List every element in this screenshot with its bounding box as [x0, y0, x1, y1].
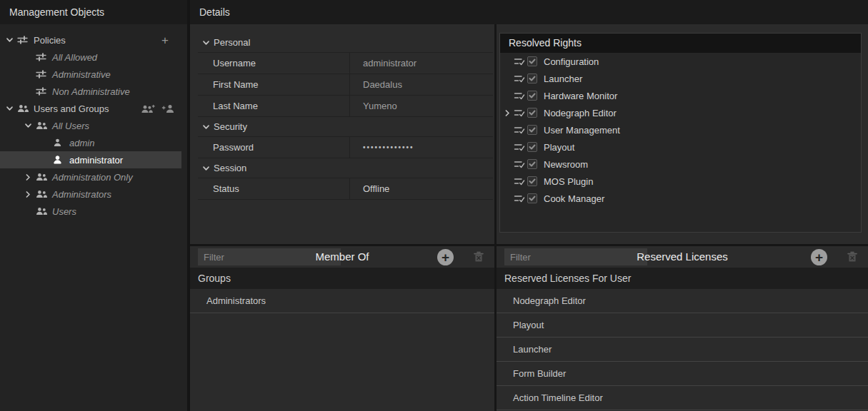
right-label: MOS Plugin: [544, 176, 593, 187]
sidebar-item-all-allowed[interactable]: All Allowed: [0, 49, 181, 66]
field-label: First Name: [198, 74, 350, 95]
resolved-rights-items: ConfigurationLauncherHardware MonitorNod…: [500, 53, 861, 207]
right-checklist-icon: [514, 57, 526, 66]
sidebar-item-administrators[interactable]: Administrators: [0, 186, 181, 203]
objects-tree: Policies+All AllowedAdministrativeNon Ad…: [0, 24, 187, 220]
section-label: Personal: [214, 37, 250, 48]
right-checklist-icon: [514, 194, 526, 203]
right-checklist-icon: [514, 108, 526, 117]
right-checkbox[interactable]: [527, 56, 537, 66]
field-value-status[interactable]: Offline: [350, 178, 493, 199]
chevron-down-icon[interactable]: [202, 165, 214, 172]
sidebar-item-users-and-groups[interactable]: Users and Groups: [0, 100, 181, 117]
reserved-licenses-toolbar: Reserved Licenses +: [497, 246, 868, 268]
chevron-down-icon[interactable]: [202, 39, 214, 46]
sliders-icon: [36, 87, 49, 96]
member-of-panel: Member Of + Groups Administrators: [190, 246, 494, 411]
licenses-table-header: Reserved Licenses For User: [497, 268, 868, 289]
resolved-rights-panel: Resolved Rights ConfigurationLauncherHar…: [497, 24, 868, 244]
license-row-playout[interactable]: Playout: [497, 313, 868, 338]
right-checkbox[interactable]: [527, 125, 537, 135]
sidebar-item-admin[interactable]: admin: [0, 134, 181, 151]
field-label: Status: [198, 178, 350, 199]
right-checklist-icon: [514, 143, 526, 151]
chevron-down-icon[interactable]: [24, 122, 36, 129]
section-header-personal[interactable]: Personal: [198, 33, 493, 53]
sidebar-item-all-users[interactable]: All Users: [0, 117, 181, 134]
right-item-nodegraph-editor[interactable]: Nodegraph Editor: [500, 104, 861, 121]
sidebar-item-label: Administrators: [52, 189, 111, 200]
section-header-security[interactable]: Security: [198, 117, 493, 137]
member-of-toolbar: Member Of +: [190, 246, 494, 268]
sidebar-item-policies[interactable]: Policies+: [0, 31, 181, 49]
field-value-last-name[interactable]: Yumeno: [350, 96, 493, 116]
right-checklist-icon: [514, 177, 526, 186]
right-item-launcher[interactable]: Launcher: [500, 70, 861, 87]
right-item-newsroom[interactable]: Newsroom: [500, 156, 861, 173]
people-icon: [36, 207, 49, 215]
right-checklist-icon: [514, 74, 526, 83]
right-checkbox[interactable]: [527, 91, 537, 101]
sidebar-item-administrator[interactable]: administrator: [0, 151, 181, 168]
right-item-playout[interactable]: Playout: [500, 138, 861, 156]
licenses-table: Nodegraph EditorPlayoutLauncherForm Buil…: [497, 289, 868, 410]
right-item-user-management[interactable]: User Management: [500, 121, 861, 138]
sidebar-item-administrative[interactable]: Administrative: [0, 66, 181, 83]
license-row-form-builder[interactable]: Form Builder: [497, 362, 868, 386]
field-value-first-name[interactable]: Daedalus: [350, 74, 493, 95]
field-row-username: Usernameadministrator: [198, 53, 493, 74]
chevron-down-icon[interactable]: [202, 123, 214, 131]
resolved-rights-list: Resolved Rights ConfigurationLauncherHar…: [499, 33, 862, 233]
right-item-cook-manager[interactable]: Cook Manager: [500, 190, 861, 207]
sidebar-item-non-administrative[interactable]: Non Administrative: [0, 83, 181, 100]
details-header: Details: [190, 0, 868, 24]
group-row-administrators[interactable]: Administrators: [190, 289, 494, 313]
chevron-right-icon[interactable]: [24, 173, 36, 181]
license-row-nodegraph-editor[interactable]: Nodegraph Editor: [497, 289, 868, 313]
field-value-password[interactable]: •••••••••••••: [350, 137, 493, 158]
trash-icon: [846, 255, 859, 265]
sliders-icon: [17, 36, 31, 44]
chevron-down-icon[interactable]: [6, 105, 17, 112]
add-license-button[interactable]: +: [811, 249, 827, 265]
chevron-right-icon[interactable]: [504, 109, 514, 117]
field-row-last-name: Last NameYumeno: [198, 96, 493, 117]
remove-membership-button[interactable]: [472, 250, 485, 263]
sidebar-item-label: Users: [52, 206, 76, 217]
right-item-hardware-monitor[interactable]: Hardware Monitor: [500, 87, 861, 104]
right-checkbox[interactable]: [527, 159, 537, 169]
sliders-icon: [36, 53, 49, 61]
right-label: Hardware Monitor: [544, 91, 617, 101]
section-header-session[interactable]: Session: [198, 158, 493, 178]
add-membership-button[interactable]: +: [437, 249, 454, 265]
chevron-down-icon[interactable]: [6, 36, 17, 44]
right-checkbox[interactable]: [527, 108, 537, 118]
field-label: Last Name: [198, 96, 350, 116]
field-value-username[interactable]: administrator: [350, 53, 493, 73]
right-checkbox[interactable]: [527, 73, 537, 83]
right-checkbox[interactable]: [527, 193, 537, 203]
add-policy-button[interactable]: +: [161, 34, 169, 46]
license-row-launcher[interactable]: Launcher: [497, 338, 868, 362]
right-label: Nodegraph Editor: [544, 108, 617, 118]
right-checkbox[interactable]: [527, 176, 537, 186]
sidebar-item-label: Policies: [34, 35, 66, 46]
sidebar-item-label: Administrative: [52, 69, 111, 80]
sidebar-item-administration-only[interactable]: Administration Only: [0, 168, 181, 186]
field-row-first-name: First NameDaedalus: [198, 74, 493, 96]
license-row-action-timeline-editor[interactable]: Action Timeline Editor: [497, 386, 868, 410]
right-checklist-icon: [514, 91, 526, 100]
right-checklist-icon: [514, 126, 526, 134]
sidebar-item-users[interactable]: Users: [0, 203, 181, 220]
details-content: PersonalUsernameadministratorFirst NameD…: [190, 24, 868, 411]
right-item-mos-plugin[interactable]: MOS Plugin: [500, 173, 861, 190]
right-item-configuration[interactable]: Configuration: [500, 53, 861, 70]
sidebar-header: Management Objects: [0, 0, 187, 24]
chevron-right-icon[interactable]: [24, 191, 36, 198]
groups-table-header: Groups: [190, 268, 494, 289]
sidebar-item-label: Non Administrative: [52, 86, 130, 97]
add-user-button[interactable]: [161, 104, 175, 113]
right-checkbox[interactable]: [527, 142, 537, 152]
remove-license-button[interactable]: [846, 250, 859, 263]
add-group-button[interactable]: [141, 104, 155, 113]
